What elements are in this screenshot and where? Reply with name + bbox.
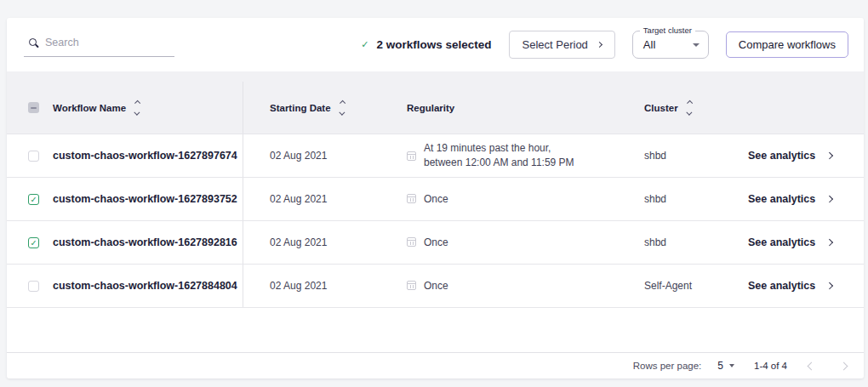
cluster-name: shbd	[644, 193, 666, 205]
selection-status: ✓ 2 workflows selected	[361, 38, 491, 51]
header-action-cell	[726, 82, 864, 134]
header-regularity-cell: Regularity	[385, 82, 607, 134]
chevron-right-icon	[826, 196, 833, 202]
chevron-right-icon	[826, 282, 833, 289]
regularity-text: Once	[424, 279, 448, 293]
chevron-right-icon	[597, 42, 602, 48]
chevron-right-icon	[826, 152, 833, 159]
chevron-right-icon	[826, 239, 833, 246]
select-all-checkbox[interactable]	[28, 102, 39, 113]
header-starting-date-cell: Starting Date	[243, 82, 385, 134]
search-icon	[29, 38, 37, 46]
see-analytics-label: See analytics	[748, 193, 815, 205]
sort-descending-icon	[134, 110, 140, 115]
sort-ascending-icon	[340, 100, 345, 105]
workflow-name: custom-chaos-workflow-1627892816	[53, 236, 237, 248]
see-analytics-link[interactable]: See analytics	[748, 280, 832, 292]
header-workflow-name-cell: Workflow Name	[41, 82, 243, 134]
starting-date: 02 Aug 2021	[270, 150, 327, 162]
starting-date: 02 Aug 2021	[270, 280, 327, 292]
search-field[interactable]	[24, 33, 174, 57]
see-analytics-link[interactable]: See analytics	[748, 150, 832, 162]
pagination: Rows per page: 5 1-4 of 4	[7, 352, 864, 378]
sort-starting-date[interactable]	[339, 100, 346, 116]
indeterminate-dash-icon	[31, 107, 37, 109]
rows-per-page-label: Rows per page:	[633, 361, 702, 371]
column-header-cluster: Cluster	[644, 103, 678, 113]
starting-date: 02 Aug 2021	[270, 236, 327, 248]
select-period-label: Select Period	[523, 38, 588, 51]
regularity-text: At 19 minutes past the hour, between 12:…	[424, 141, 574, 170]
rows-per-page-select[interactable]: 5	[717, 360, 734, 372]
toolbar: ✓ 2 workflows selected Select Period Tar…	[7, 18, 864, 71]
see-analytics-label: See analytics	[748, 280, 815, 292]
see-analytics-link[interactable]: See analytics	[748, 193, 832, 205]
header-cluster-cell: Cluster	[607, 82, 726, 134]
row-checkbox[interactable]: ✓	[28, 237, 39, 248]
starting-date: 02 Aug 2021	[270, 193, 327, 205]
sort-descending-icon	[340, 110, 345, 115]
pagination-range: 1-4 of 4	[754, 361, 787, 371]
check-icon: ✓	[361, 39, 368, 50]
compare-workflows-button[interactable]: Compare workflows	[726, 31, 848, 58]
sort-ascending-icon	[134, 100, 140, 105]
selection-count-text: 2 workflows selected	[376, 38, 491, 51]
calendar-icon	[407, 151, 416, 161]
column-header-workflow-name: Workflow Name	[53, 103, 126, 113]
toolbar-actions: ✓ 2 workflows selected Select Period Tar…	[361, 31, 848, 59]
column-header-starting-date: Starting Date	[270, 103, 331, 113]
cluster-name: Self-Agent	[644, 280, 692, 292]
see-analytics-label: See analytics	[748, 150, 815, 162]
table-row: ✓ custom-chaos-workflow-1627893752 02 Au…	[7, 178, 864, 221]
table-row: custom-chaos-workflow-1627884804 02 Aug …	[7, 265, 864, 308]
caret-down-icon	[729, 364, 734, 367]
rows-per-page-value: 5	[717, 360, 723, 372]
column-header-regularity: Regularity	[407, 103, 454, 113]
table-body: custom-chaos-workflow-1627897674 02 Aug …	[7, 134, 864, 308]
cluster-name: shbd	[644, 236, 666, 248]
sort-workflow-name[interactable]	[134, 100, 141, 116]
row-checkbox[interactable]	[28, 281, 39, 292]
see-analytics-label: See analytics	[748, 236, 815, 248]
table-header: Workflow Name Starting Date Regularity C…	[7, 71, 864, 134]
workflow-name: custom-chaos-workflow-1627884804	[53, 280, 237, 292]
sort-descending-icon	[687, 110, 692, 115]
empty-area	[7, 308, 864, 352]
calendar-icon	[407, 281, 416, 290]
row-checkbox[interactable]: ✓	[28, 194, 39, 205]
regularity-text: Once	[424, 192, 448, 207]
caret-down-icon	[693, 43, 700, 47]
workflow-name: custom-chaos-workflow-1627893752	[53, 193, 237, 205]
row-checkbox[interactable]	[28, 151, 39, 162]
sort-ascending-icon	[687, 100, 692, 105]
table-row: custom-chaos-workflow-1627897674 02 Aug …	[7, 134, 864, 178]
target-cluster-label: Target cluster	[640, 26, 695, 35]
workflows-card: ✓ 2 workflows selected Select Period Tar…	[7, 18, 864, 378]
target-cluster-select[interactable]: Target cluster All	[632, 31, 709, 59]
chevron-right-icon	[840, 361, 848, 370]
search-input[interactable]	[45, 37, 173, 48]
table-row: ✓ custom-chaos-workflow-1627892816 02 Au…	[7, 221, 864, 265]
regularity-text: Once	[424, 236, 448, 250]
select-period-button[interactable]: Select Period	[509, 31, 615, 59]
calendar-icon	[407, 237, 416, 247]
chevron-left-icon	[808, 361, 816, 370]
cluster-name: shbd	[644, 150, 666, 162]
see-analytics-link[interactable]: See analytics	[748, 236, 832, 248]
workflow-comparison-page: ✓ 2 workflows selected Select Period Tar…	[0, 0, 868, 387]
target-cluster-value: All	[643, 38, 655, 51]
header-select-cell	[7, 82, 41, 134]
previous-page-button[interactable]	[803, 360, 819, 373]
calendar-icon	[407, 194, 416, 203]
sort-cluster[interactable]	[686, 100, 694, 116]
workflow-name: custom-chaos-workflow-1627897674	[53, 150, 237, 162]
next-page-button[interactable]	[836, 360, 852, 373]
